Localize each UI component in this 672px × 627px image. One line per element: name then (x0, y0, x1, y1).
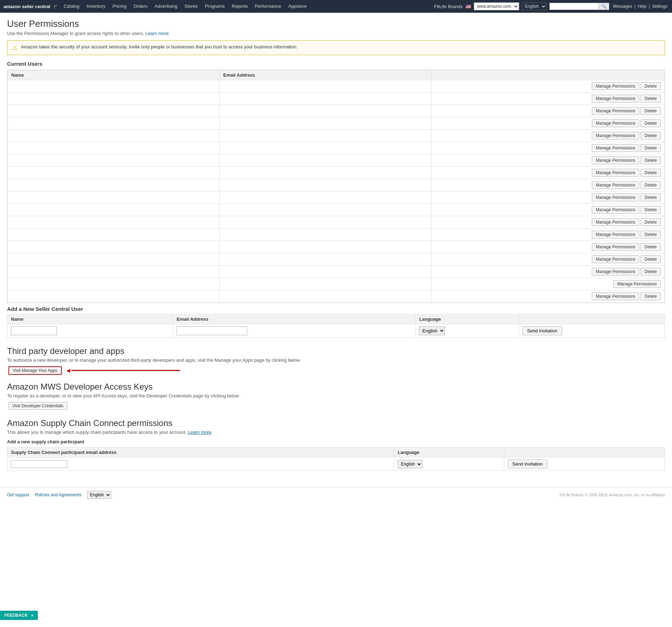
user-email-cell (220, 117, 432, 130)
nav-inventory[interactable]: Inventory (83, 0, 109, 13)
user-actions-cell: Manage PermissionsDelete (432, 154, 665, 167)
settings-link[interactable]: Settings (652, 4, 667, 9)
delete-user-button[interactable]: Delete (641, 107, 661, 115)
supply-language-cell: English (394, 457, 504, 471)
policies-agreements-link[interactable]: Policies and Agreements (35, 492, 82, 497)
store-url-selector[interactable]: www.amazon.com (474, 2, 519, 10)
user-email-cell (220, 216, 432, 229)
user-actions-cell: Manage PermissionsDelete (432, 229, 665, 241)
supply-action-cell: Send Invitation (504, 457, 665, 471)
get-support-link[interactable]: Get support (7, 492, 29, 497)
nav-pricing[interactable]: Pricing (109, 0, 130, 13)
manage-permissions-button[interactable]: Manage Permissions (592, 206, 639, 214)
footer-language-select[interactable]: English (87, 491, 111, 499)
manage-permissions-button[interactable]: Manage Permissions (592, 119, 639, 127)
supply-email-input[interactable] (11, 460, 67, 468)
manage-permissions-button[interactable]: Manage Permissions (592, 194, 639, 201)
user-name-cell (8, 278, 220, 290)
delete-user-button[interactable]: Delete (641, 156, 661, 164)
nav-programs[interactable]: Programs (201, 0, 228, 13)
nav-catalog[interactable]: Catalog (60, 0, 83, 13)
delete-user-button[interactable]: Delete (641, 181, 661, 189)
delete-user-button[interactable]: Delete (641, 218, 661, 226)
add-col-name: Name (7, 314, 173, 324)
third-party-title: Third party developer and apps (7, 346, 665, 356)
delete-user-button[interactable]: Delete (641, 268, 661, 276)
supply-language-select[interactable]: English (398, 460, 422, 468)
delete-user-button[interactable]: Delete (641, 292, 661, 300)
nav-appstore[interactable]: Appstore (285, 0, 310, 13)
warning-banner: ⚠ Amazon takes the security of your acco… (7, 40, 665, 55)
delete-user-button[interactable]: Delete (641, 194, 661, 201)
mws-description: To register as a developer, or to view y… (7, 393, 665, 398)
send-invitation-button[interactable]: Send Invitation (523, 326, 562, 335)
delete-user-button[interactable]: Delete (641, 169, 661, 177)
manage-permissions-button[interactable]: Manage Permissions (592, 181, 639, 189)
col-email: Email Address (220, 70, 432, 80)
search-input[interactable] (549, 3, 599, 10)
supply-email-cell (7, 457, 394, 471)
manage-permissions-button[interactable]: Manage Permissions (592, 95, 639, 102)
delete-user-button[interactable]: Delete (641, 144, 661, 152)
red-arrow-icon: ◄━━━━━━━━━━━━━━━━━━━━━━━━━━━━ (65, 367, 180, 374)
user-actions-cell: Manage PermissionsDelete (432, 142, 665, 154)
nav-orders[interactable]: Orders (130, 0, 151, 13)
page-subtitle: Use the Permissions Manager to grant acc… (7, 31, 665, 36)
user-actions-cell: Manage PermissionsDelete (432, 117, 665, 130)
supply-chain-description: This allows you to manage which supply c… (7, 430, 665, 435)
help-link[interactable]: Help (638, 4, 647, 9)
main-navigation: Catalog Inventory Pricing Orders Adverti… (60, 0, 310, 13)
nav-reports[interactable]: Reports (228, 0, 251, 13)
manage-permissions-button[interactable]: Manage Permissions (592, 144, 639, 152)
user-actions-cell: Manage PermissionsDelete (432, 266, 665, 278)
delete-user-button[interactable]: Delete (641, 119, 661, 127)
manage-permissions-button[interactable]: Manage Permissions (592, 132, 639, 140)
supply-send-invitation-button[interactable]: Send Invitation (508, 460, 547, 468)
manage-permissions-button[interactable]: Manage Permissions (592, 243, 639, 251)
user-actions-cell: Manage PermissionsDelete (432, 253, 665, 266)
visit-developer-credentials-button[interactable]: Visit Developer Credentials (8, 402, 67, 410)
search-button[interactable]: 🔍 (599, 3, 609, 10)
language-selector[interactable]: English (522, 2, 547, 10)
manage-permissions-button[interactable]: Manage Permissions (592, 292, 639, 300)
manage-permissions-button[interactable]: Manage Permissions (592, 268, 639, 276)
manage-permissions-button[interactable]: Manage Permissions (613, 280, 661, 288)
messages-link[interactable]: Messages (613, 4, 632, 9)
delete-user-button[interactable]: Delete (641, 206, 661, 214)
manage-permissions-button[interactable]: Manage Permissions (592, 107, 639, 115)
user-name-cell (8, 130, 220, 142)
user-email-cell (220, 179, 432, 191)
nav-performance[interactable]: Performance (251, 0, 285, 13)
delete-user-button[interactable]: Delete (641, 231, 661, 238)
add-user-language-select[interactable]: English (419, 326, 445, 335)
add-user-name-input[interactable] (11, 326, 57, 335)
add-user-email-input[interactable] (177, 326, 247, 335)
user-email-cell (220, 278, 432, 290)
manage-permissions-button[interactable]: Manage Permissions (592, 82, 639, 90)
visit-manage-apps-button[interactable]: Visit Manage Your Apps (8, 366, 62, 375)
manage-permissions-button[interactable]: Manage Permissions (592, 231, 639, 238)
delete-user-button[interactable]: Delete (641, 95, 661, 102)
nav-advertising[interactable]: Advertising (151, 0, 181, 13)
delete-user-button[interactable]: Delete (641, 255, 661, 263)
user-email-cell (220, 241, 432, 253)
nav-stores[interactable]: Stores (181, 0, 201, 13)
third-party-description: To authorize a new developer, or to mana… (7, 357, 665, 363)
supply-chain-learn-more-link[interactable]: Learn more (188, 430, 211, 435)
manage-permissions-button[interactable]: Manage Permissions (592, 255, 639, 263)
utility-nav: Messages | Help | Settings (612, 4, 668, 9)
delete-user-button[interactable]: Delete (641, 132, 661, 140)
manage-permissions-button[interactable]: Manage Permissions (592, 169, 639, 177)
delete-user-button[interactable]: Delete (641, 82, 661, 90)
delete-user-button[interactable]: Delete (641, 243, 661, 251)
user-name-cell (8, 191, 220, 204)
supply-col-action (504, 448, 665, 457)
learn-more-link[interactable]: Learn more (145, 31, 169, 36)
user-row: Manage PermissionsDelete (8, 204, 665, 216)
user-email-cell (220, 266, 432, 278)
supply-chain-add-row: English Send Invitation (7, 457, 665, 471)
user-actions-cell: Manage PermissionsDelete (432, 179, 665, 191)
manage-permissions-button[interactable]: Manage Permissions (592, 218, 639, 226)
user-name-cell (8, 204, 220, 216)
manage-permissions-button[interactable]: Manage Permissions (592, 156, 639, 164)
